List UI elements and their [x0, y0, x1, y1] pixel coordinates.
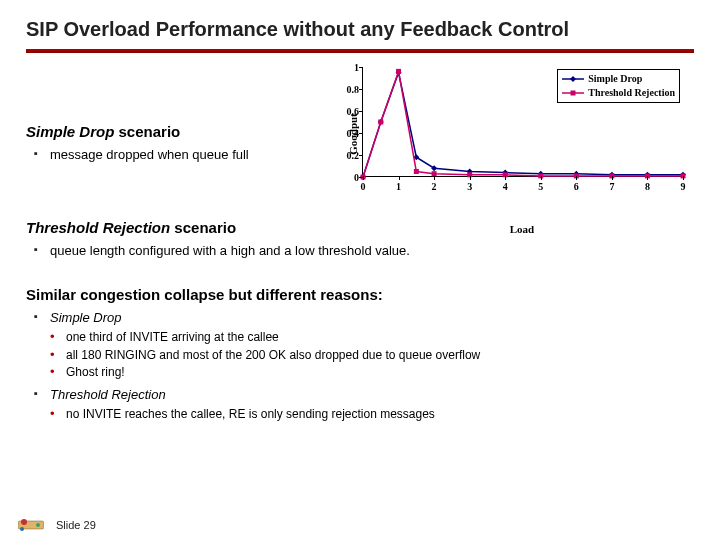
chart-xtick: 2: [432, 181, 437, 192]
chart-xtick: 9: [681, 181, 686, 192]
scenario2-heading: Threshold Rejection scenario: [26, 219, 694, 236]
svg-rect-13: [378, 120, 383, 125]
svg-point-29: [21, 519, 27, 525]
similar-sd-bullet: one third of INVITE arriving at the call…: [26, 329, 694, 345]
chart-xtick: 6: [574, 181, 579, 192]
similar-heading: Similar congestion collapse but differen…: [26, 286, 694, 303]
slide-number: Slide 29: [56, 519, 96, 531]
scenario1-heading: Simple Drop scenario: [26, 123, 332, 140]
chart-xtick: 3: [467, 181, 472, 192]
similar-tr-heading: Threshold Rejection: [26, 386, 694, 404]
svg-rect-14: [396, 69, 401, 74]
chart-ytick: 0.4: [335, 128, 359, 139]
scenario2-bullet: queue length configured with a high and …: [26, 242, 694, 260]
chart-ytick: 0.2: [335, 150, 359, 161]
svg-point-31: [36, 523, 40, 527]
chart-ytick: 0.6: [335, 106, 359, 117]
chart-legend: Simple DropThreshold Rejection: [557, 69, 680, 103]
chart-xlabel: Load: [510, 223, 534, 235]
logo-icon: [18, 518, 44, 532]
svg-rect-27: [571, 91, 576, 96]
chart-ytick: 0.8: [335, 84, 359, 95]
chart-xtick: 8: [645, 181, 650, 192]
chart-xtick: 1: [396, 181, 401, 192]
similar-sd-bullet: Ghost ring!: [26, 364, 694, 380]
chart-xtick: 0: [361, 181, 366, 192]
goodput-chart: Goodput Simple DropThreshold Rejection 0…: [338, 63, 694, 205]
chart-xtick: 4: [503, 181, 508, 192]
chart-ytick: 0: [335, 172, 359, 183]
title-rule: [26, 49, 694, 53]
svg-point-30: [20, 527, 24, 531]
legend-entry: Threshold Rejection: [562, 86, 675, 100]
svg-marker-25: [570, 76, 576, 82]
chart-xtick: 5: [538, 181, 543, 192]
legend-entry: Simple Drop: [562, 72, 675, 86]
similar-sd-heading: Simple Drop: [26, 309, 694, 327]
similar-sd-bullet: all 180 RINGING and most of the 200 OK a…: [26, 347, 694, 363]
svg-rect-15: [414, 169, 419, 174]
chart-xtick: 7: [609, 181, 614, 192]
page-title: SIP Overload Performance without any Fee…: [26, 18, 694, 49]
scenario1-bullet: message dropped when queue full: [26, 146, 332, 164]
chart-ytick: 1: [335, 62, 359, 73]
similar-tr-bullet: no INVITE reaches the callee, RE is only…: [26, 406, 694, 422]
